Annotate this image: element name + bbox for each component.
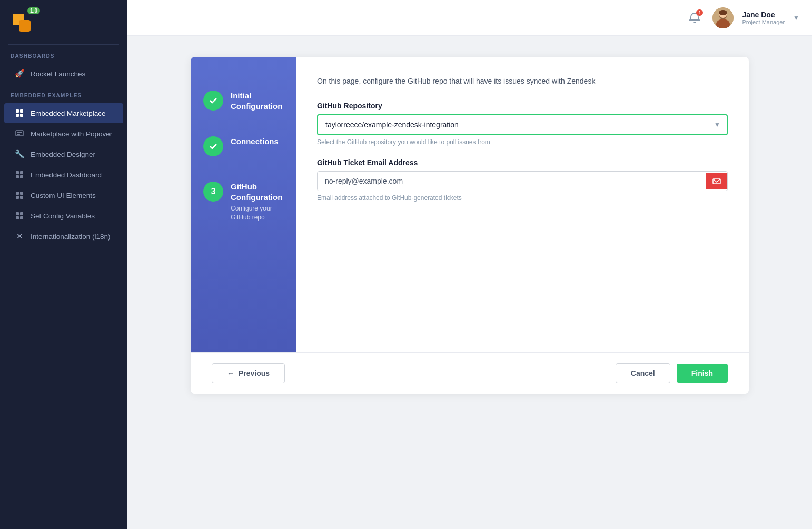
sidebar-section-embedded: EMBEDDED EXAMPLES Embedded Marketplace M… (0, 84, 127, 247)
notification-bell[interactable]: 1 (685, 8, 704, 27)
svg-rect-8 (17, 132, 22, 133)
step-3-subtitle: Configure your GitHub repo (231, 204, 283, 222)
finish-button[interactable]: Finish (677, 364, 728, 383)
step-github-configuration: 3 GitHub Configuration Configure your Gi… (191, 169, 296, 235)
sidebar-item-label: Embedded Designer (31, 151, 95, 158)
svg-rect-10 (16, 171, 19, 174)
step-2-circle (203, 136, 223, 156)
email-input[interactable] (318, 172, 706, 191)
config-icon (15, 211, 24, 221)
svg-rect-18 (16, 212, 19, 215)
user-info: Jane Doe Project Manager (742, 11, 785, 25)
email-label: GitHub Ticket Email Address (317, 158, 728, 167)
step-3-text: GitHub Configuration Configure your GitH… (231, 182, 283, 222)
sidebar-logo: 1.0 (0, 0, 127, 44)
step-initial-configuration: Initial Configuration (191, 78, 296, 124)
step-3-number: 3 (211, 187, 216, 196)
custom-ui-icon (15, 191, 24, 200)
email-field: GitHub Ticket Email Address Email addres… (317, 158, 728, 202)
email-action-button[interactable] (706, 173, 727, 189)
arrow-left-icon: ← (227, 369, 234, 377)
sidebar-item-embedded-marketplace[interactable]: Embedded Marketplace (4, 103, 123, 123)
user-role: Project Manager (742, 19, 785, 25)
svg-rect-12 (16, 175, 19, 178)
sidebar-item-set-config[interactable]: Set Config Variables (4, 206, 123, 226)
previous-button[interactable]: ← Previous (212, 363, 285, 383)
designer-icon: 🔧 (15, 149, 24, 159)
svg-rect-1 (19, 20, 31, 32)
i18n-icon: ✕ (15, 232, 24, 241)
sidebar-item-rocket-launches[interactable]: 🚀 Rocket Launches (4, 64, 123, 84)
sidebar-item-label: Embedded Marketplace (31, 109, 106, 117)
svg-rect-14 (16, 192, 19, 195)
github-repo-label: GitHub Repository (317, 102, 728, 110)
svg-rect-15 (20, 192, 23, 195)
steps-panel: Initial Configuration Connections (191, 57, 296, 352)
step-2-text: Connections (231, 136, 279, 147)
rocket-icon: 🚀 (15, 69, 24, 78)
svg-rect-11 (20, 171, 23, 174)
svg-point-26 (719, 10, 727, 15)
form-description: On this page, configure the GitHub repo … (317, 76, 728, 87)
wizard-footer: ← Previous Cancel Finish (191, 352, 749, 394)
sidebar-item-label: Internationalization (i18n) (31, 233, 111, 241)
svg-rect-21 (20, 216, 23, 219)
step-1-circle (203, 91, 223, 111)
marketplace-icon (15, 108, 24, 118)
step-3-title: GitHub Configuration (231, 182, 283, 202)
step-2-title: Connections (231, 136, 279, 147)
svg-rect-20 (16, 216, 19, 219)
dashboard-icon (15, 170, 24, 179)
main-area: 1 Jane Doe Project Manager ▼ (127, 0, 812, 529)
github-repo-select[interactable]: taylorreece/example-zendesk-integrationt… (317, 114, 728, 135)
sidebar-item-label: Set Config Variables (31, 212, 95, 220)
step-3-circle: 3 (203, 182, 223, 202)
svg-rect-5 (16, 114, 19, 117)
github-repo-select-wrapper: taylorreece/example-zendesk-integrationt… (317, 114, 728, 135)
sidebar-item-embedded-designer[interactable]: 🔧 Embedded Designer (4, 144, 123, 164)
wizard-body: Initial Configuration Connections (191, 57, 749, 352)
header: 1 Jane Doe Project Manager ▼ (127, 0, 812, 36)
header-right: 1 Jane Doe Project Manager ▼ (685, 7, 799, 28)
sidebar-item-i18n[interactable]: ✕ Internationalization (i18n) (4, 226, 123, 246)
popover-icon (15, 129, 24, 138)
svg-rect-6 (20, 114, 23, 117)
step-1-text: Initial Configuration (231, 91, 283, 111)
user-name: Jane Doe (742, 11, 785, 19)
embedded-section-label: EMBEDDED EXAMPLES (0, 84, 127, 103)
svg-rect-9 (17, 134, 20, 135)
svg-rect-3 (16, 109, 19, 113)
sidebar-section-dashboards: DASHBOARDS 🚀 Rocket Launches (0, 45, 127, 84)
previous-label: Previous (239, 369, 270, 377)
notification-count: 1 (696, 9, 703, 16)
footer-right: Cancel Finish (616, 363, 728, 383)
github-repo-hint: Select the GitHub repository you would l… (317, 138, 728, 146)
cancel-button[interactable]: Cancel (616, 363, 670, 383)
svg-rect-13 (20, 175, 23, 178)
version-badge: 1.0 (27, 7, 40, 14)
wizard-card: Initial Configuration Connections (191, 57, 749, 394)
github-repo-field: GitHub Repository taylorreece/example-ze… (317, 102, 728, 146)
sidebar-item-label: Rocket Launches (31, 70, 85, 78)
form-panel: On this page, configure the GitHub repo … (296, 57, 749, 352)
app-logo: 1.0 (11, 9, 38, 37)
sidebar: 1.0 DASHBOARDS 🚀 Rocket Launches EMBEDDE… (0, 0, 127, 529)
step-connections: Connections (191, 124, 296, 169)
sidebar-item-embedded-dashboard[interactable]: Embedded Dashboard (4, 165, 123, 185)
avatar (712, 7, 734, 28)
chevron-down-icon[interactable]: ▼ (793, 14, 799, 22)
svg-rect-19 (20, 212, 23, 215)
svg-rect-4 (20, 109, 23, 113)
main-content: Initial Configuration Connections (127, 36, 812, 529)
dashboards-section-label: DASHBOARDS (0, 45, 127, 63)
sidebar-item-marketplace-popover[interactable]: Marketplace with Popover (4, 124, 123, 144)
email-input-wrapper (317, 171, 728, 191)
sidebar-item-label: Embedded Dashboard (31, 171, 102, 179)
step-1-title: Initial Configuration (231, 91, 283, 111)
sidebar-item-custom-ui[interactable]: Custom UI Elements (4, 185, 123, 205)
svg-rect-16 (16, 196, 19, 199)
svg-rect-7 (16, 131, 23, 136)
email-hint: Email address attached to GitHub-generat… (317, 194, 728, 202)
sidebar-item-label: Marketplace with Popover (31, 130, 112, 138)
sidebar-item-label: Custom UI Elements (31, 192, 96, 199)
